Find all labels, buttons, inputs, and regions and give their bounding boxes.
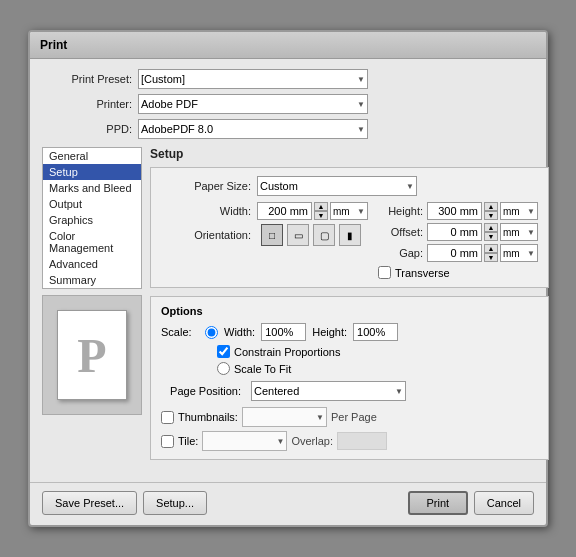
thumbnails-label: Thumbnails:: [178, 411, 238, 423]
width-unit-select[interactable]: mm: [330, 202, 368, 220]
nav-list: General Setup Marks and Bleed Output Gra…: [42, 147, 142, 289]
preset-select[interactable]: [Custom]: [138, 69, 368, 89]
offset-label: Offset:: [378, 226, 423, 238]
nav-item-output[interactable]: Output: [43, 196, 141, 212]
overlap-input: [337, 432, 387, 450]
tile-select-wrapper[interactable]: [202, 431, 287, 451]
gap-unit-wrapper[interactable]: mm: [500, 244, 538, 262]
width-spinner[interactable]: ▲ ▼ mm: [257, 202, 368, 220]
nav-item-summary[interactable]: Summary: [43, 272, 141, 288]
offset-down-btn[interactable]: ▼: [484, 232, 498, 241]
thumbnails-select-wrapper[interactable]: [242, 407, 327, 427]
ppd-select-wrapper[interactable]: AdobePDF 8.0: [138, 119, 368, 139]
ppd-label: PPD:: [42, 123, 132, 135]
width-radio[interactable]: [205, 326, 218, 339]
nav-item-setup[interactable]: Setup: [43, 164, 141, 180]
preview-box: P: [42, 295, 142, 415]
print-dialog: Print Print Preset: [Custom] Printer: Ad…: [28, 30, 548, 527]
per-page-label: Per Page: [331, 411, 377, 423]
orient-rot180-btn[interactable]: ▢: [313, 224, 335, 246]
printer-label: Printer:: [42, 98, 132, 110]
width-input[interactable]: [257, 202, 312, 220]
nav-item-general[interactable]: General: [43, 148, 141, 164]
height-scale-label: Height:: [312, 326, 347, 338]
orientation-label: Orientation:: [161, 229, 251, 241]
paper-size-select-wrapper[interactable]: Custom: [257, 176, 417, 196]
preset-select-wrapper[interactable]: [Custom]: [138, 69, 368, 89]
gap-spinner[interactable]: ▲ ▼ mm: [427, 244, 538, 262]
height-up-btn[interactable]: ▲: [484, 202, 498, 211]
setup-button[interactable]: Setup...: [143, 491, 207, 515]
tile-label: Tile:: [178, 435, 198, 447]
options-group: Options Scale: Width: Height: Constrain …: [150, 296, 549, 460]
setup-section-title: Setup: [150, 147, 549, 161]
scale-to-fit-label: Scale To Fit: [234, 363, 291, 375]
width-label: Width:: [161, 205, 251, 217]
preset-label: Print Preset:: [42, 73, 132, 85]
gap-label: Gap:: [378, 247, 423, 259]
paper-size-select[interactable]: Custom: [257, 176, 417, 196]
print-button[interactable]: Print: [408, 491, 468, 515]
page-position-select[interactable]: Centered: [251, 381, 406, 401]
offset-spinner-btns: ▲ ▼: [484, 223, 498, 241]
printer-select[interactable]: Adobe PDF: [138, 94, 368, 114]
page-position-select-wrapper[interactable]: Centered: [251, 381, 406, 401]
options-title: Options: [161, 305, 538, 317]
constrain-label: Constrain Proportions: [234, 346, 340, 358]
orient-rot270-btn[interactable]: ▮: [339, 224, 361, 246]
orient-landscape-btn[interactable]: ▭: [287, 224, 309, 246]
bottom-bar: Save Preset... Setup... Print Cancel: [30, 482, 546, 525]
ppd-select[interactable]: AdobePDF 8.0: [138, 119, 368, 139]
overlap-label: Overlap:: [291, 435, 333, 447]
gap-spinner-btns: ▲ ▼: [484, 244, 498, 262]
height-down-btn[interactable]: ▼: [484, 211, 498, 220]
offset-unit-wrapper[interactable]: mm: [500, 223, 538, 241]
thumbnails-select[interactable]: [242, 407, 327, 427]
scale-to-fit-radio[interactable]: [217, 362, 230, 375]
constrain-checkbox[interactable]: [217, 345, 230, 358]
height-unit-select[interactable]: mm: [500, 202, 538, 220]
gap-input[interactable]: [427, 244, 482, 262]
offset-input[interactable]: [427, 223, 482, 241]
tile-checkbox[interactable]: [161, 435, 174, 448]
dialog-title: Print: [30, 32, 546, 59]
setup-group: Paper Size: Custom Width:: [150, 167, 549, 288]
width-down-btn[interactable]: ▼: [314, 211, 328, 220]
nav-item-graphics[interactable]: Graphics: [43, 212, 141, 228]
width-scale-input[interactable]: [261, 323, 306, 341]
transverse-checkbox[interactable]: [378, 266, 391, 279]
nav-item-advanced[interactable]: Advanced: [43, 256, 141, 272]
width-unit-wrapper[interactable]: mm: [330, 202, 368, 220]
height-spinner[interactable]: ▲ ▼ mm: [427, 202, 538, 220]
height-input[interactable]: [427, 202, 482, 220]
thumbnails-checkbox[interactable]: [161, 411, 174, 424]
height-scale-input[interactable]: [353, 323, 398, 341]
width-up-btn[interactable]: ▲: [314, 202, 328, 211]
offset-unit-select[interactable]: mm: [500, 223, 538, 241]
scale-label: Scale:: [161, 326, 199, 338]
height-unit-wrapper[interactable]: mm: [500, 202, 538, 220]
offset-up-btn[interactable]: ▲: [484, 223, 498, 232]
preview-p-letter: P: [77, 328, 106, 383]
orient-portrait-btn[interactable]: □: [261, 224, 283, 246]
tile-select[interactable]: [202, 431, 287, 451]
offset-spinner[interactable]: ▲ ▼ mm: [427, 223, 538, 241]
printer-select-wrapper[interactable]: Adobe PDF: [138, 94, 368, 114]
page-position-label: Page Position:: [161, 385, 241, 397]
width-radio-label: Width:: [224, 326, 255, 338]
width-spinner-btns: ▲ ▼: [314, 202, 328, 220]
gap-up-btn[interactable]: ▲: [484, 244, 498, 253]
nav-item-marks[interactable]: Marks and Bleed: [43, 180, 141, 196]
transverse-label: Transverse: [395, 267, 450, 279]
nav-item-color[interactable]: Color Management: [43, 228, 141, 256]
gap-unit-select[interactable]: mm: [500, 244, 538, 262]
preview-inner: P: [57, 310, 127, 400]
paper-size-label: Paper Size:: [161, 180, 251, 192]
height-spinner-btns: ▲ ▼: [484, 202, 498, 220]
save-preset-button[interactable]: Save Preset...: [42, 491, 137, 515]
gap-down-btn[interactable]: ▼: [484, 253, 498, 262]
cancel-button[interactable]: Cancel: [474, 491, 534, 515]
height-label: Height:: [378, 205, 423, 217]
